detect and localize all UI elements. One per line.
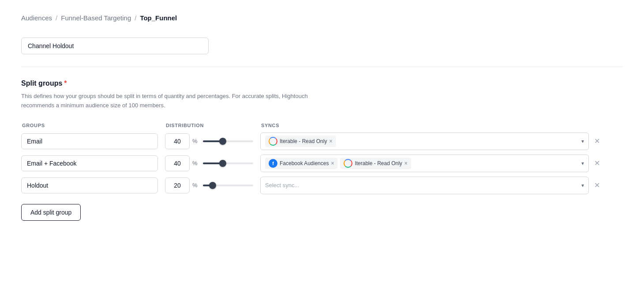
sync-tag-facebook-2: f Facebook Audiences ×	[265, 158, 337, 169]
name-input-wrapper	[21, 38, 623, 54]
distribution-input-1[interactable]	[165, 133, 190, 149]
remove-sync-iterable-2[interactable]: ×	[404, 161, 408, 166]
breadcrumb: Audiences / Funnel-Based Targeting / Top…	[21, 14, 623, 22]
distribution-cell-3: %	[165, 177, 253, 193]
col-header-groups: GROUPS	[22, 123, 159, 128]
col-header-distribution: DISTRIBUTION	[166, 123, 254, 128]
syncs-chevron-1[interactable]: ▾	[581, 138, 584, 144]
sync-tag-iterable-1: Iterable - Read Only ×	[265, 136, 336, 147]
syncs-select-2[interactable]: f Facebook Audiences × Iterable - Read O…	[260, 155, 589, 172]
delete-row-3[interactable]: ✕	[592, 179, 602, 191]
group-name-input-2[interactable]	[21, 155, 158, 171]
sync-label-iterable-2: Iterable - Read Only	[355, 160, 402, 166]
syncs-select-3[interactable]: Select sync... ▾	[260, 177, 589, 194]
syncs-wrapper-3: Select sync... ▾ ✕	[260, 177, 602, 194]
table-header: GROUPS DISTRIBUTION SYNCS	[21, 123, 623, 128]
experiment-name-input[interactable]	[21, 38, 209, 54]
percent-label-3: %	[192, 182, 198, 189]
sync-label-facebook-2: Facebook Audiences	[280, 160, 329, 166]
slider-track-1[interactable]	[203, 140, 253, 142]
group-name-input-1[interactable]	[21, 133, 158, 149]
slider-thumb-2[interactable]	[219, 160, 226, 167]
table-row: % f Facebook Audiences × Iterable - Read…	[21, 155, 623, 172]
breadcrumb-sep-1: /	[56, 14, 57, 22]
split-groups-section: Split groups * This defines how your gro…	[21, 79, 623, 221]
breadcrumb-audiences[interactable]: Audiences	[21, 14, 52, 22]
split-groups-description: This defines how your groups should be s…	[21, 92, 330, 110]
sync-label-iterable-1: Iterable - Read Only	[280, 138, 327, 144]
distribution-cell-1: %	[165, 133, 253, 149]
table-row: % Select sync... ▾ ✕	[21, 177, 623, 194]
facebook-icon-2: f	[269, 159, 277, 168]
delete-row-2[interactable]: ✕	[592, 157, 602, 169]
syncs-chevron-3[interactable]: ▾	[581, 182, 584, 189]
split-groups-label: Split groups	[21, 79, 62, 87]
delete-row-1[interactable]: ✕	[592, 135, 602, 147]
add-split-group-button[interactable]: Add split group	[21, 204, 81, 221]
distribution-input-3[interactable]	[165, 177, 190, 193]
slider-track-2[interactable]	[203, 162, 253, 164]
slider-track-3[interactable]	[203, 185, 253, 186]
breadcrumb-sep-2: /	[135, 14, 136, 22]
sync-tag-iterable-2: Iterable - Read Only ×	[340, 158, 411, 169]
required-indicator: *	[64, 79, 67, 87]
breadcrumb-current: Top_Funnel	[140, 14, 177, 22]
slider-thumb-1[interactable]	[219, 138, 226, 145]
syncs-chevron-2[interactable]: ▾	[581, 160, 584, 166]
group-name-input-3[interactable]	[21, 177, 158, 193]
remove-sync-facebook-2[interactable]: ×	[331, 161, 334, 166]
iterable-icon-1	[269, 137, 277, 146]
syncs-placeholder-3: Select sync...	[265, 182, 581, 189]
section-title: Split groups *	[21, 79, 623, 87]
percent-label-1: %	[192, 138, 198, 144]
breadcrumb-funnel-based-targeting[interactable]: Funnel-Based Targeting	[61, 14, 131, 22]
section-divider	[21, 67, 623, 67]
syncs-wrapper-1: Iterable - Read Only × ▾ ✕	[260, 132, 602, 150]
remove-sync-iterable-1[interactable]: ×	[329, 139, 332, 144]
table-row: % Iterable - Read Only × ▾ ✕	[21, 132, 623, 150]
percent-label-2: %	[192, 160, 198, 166]
page: Audiences / Funnel-Based Targeting / Top…	[0, 0, 644, 302]
syncs-select-1[interactable]: Iterable - Read Only × ▾	[260, 132, 589, 150]
distribution-input-2[interactable]	[165, 155, 190, 171]
slider-thumb-3[interactable]	[209, 182, 216, 189]
iterable-icon-2	[344, 159, 352, 168]
distribution-cell-2: %	[165, 155, 253, 171]
syncs-wrapper-2: f Facebook Audiences × Iterable - Read O…	[260, 155, 602, 172]
col-header-syncs: SYNCS	[261, 123, 622, 128]
